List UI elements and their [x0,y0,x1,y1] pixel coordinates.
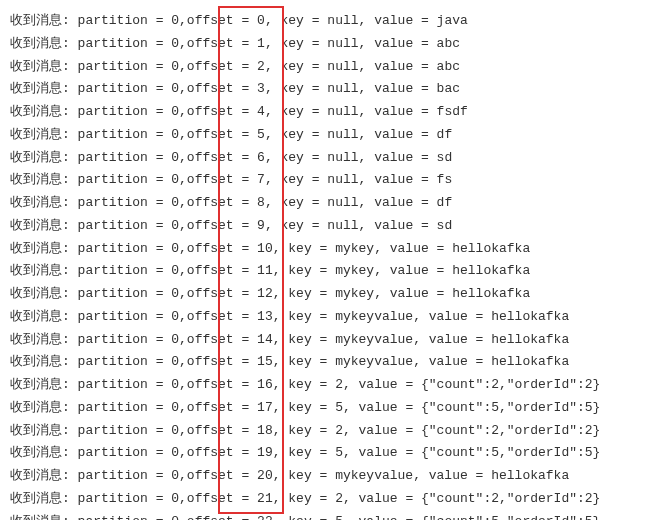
log-line: 收到消息: partition = 0,offset = 10, key = m… [10,238,662,261]
log-line: 收到消息: partition = 0,offset = 16, key = 2… [10,374,662,397]
log-line: 收到消息: partition = 0,offset = 8, key = nu… [10,192,662,215]
log-line: 收到消息: partition = 0,offset = 17, key = 5… [10,397,662,420]
log-line: 收到消息: partition = 0,offset = 2, key = nu… [10,56,662,79]
log-line: 收到消息: partition = 0,offset = 20, key = m… [10,465,662,488]
log-line: 收到消息: partition = 0,offset = 3, key = nu… [10,78,662,101]
log-line: 收到消息: partition = 0,offset = 22, key = 5… [10,511,662,521]
log-line: 收到消息: partition = 0,offset = 15, key = m… [10,351,662,374]
log-line: 收到消息: partition = 0,offset = 4, key = nu… [10,101,662,124]
log-line: 收到消息: partition = 0,offset = 7, key = nu… [10,169,662,192]
log-line: 收到消息: partition = 0,offset = 19, key = 5… [10,442,662,465]
log-line: 收到消息: partition = 0,offset = 9, key = nu… [10,215,662,238]
console-output: 收到消息: partition = 0,offset = 0, key = nu… [10,10,662,520]
log-line: 收到消息: partition = 0,offset = 12, key = m… [10,283,662,306]
log-line: 收到消息: partition = 0,offset = 14, key = m… [10,329,662,352]
log-line: 收到消息: partition = 0,offset = 6, key = nu… [10,147,662,170]
log-line: 收到消息: partition = 0,offset = 18, key = 2… [10,420,662,443]
log-line: 收到消息: partition = 0,offset = 0, key = nu… [10,10,662,33]
log-line: 收到消息: partition = 0,offset = 11, key = m… [10,260,662,283]
log-line: 收到消息: partition = 0,offset = 1, key = nu… [10,33,662,56]
log-line: 收到消息: partition = 0,offset = 5, key = nu… [10,124,662,147]
log-line: 收到消息: partition = 0,offset = 21, key = 2… [10,488,662,511]
log-line: 收到消息: partition = 0,offset = 13, key = m… [10,306,662,329]
